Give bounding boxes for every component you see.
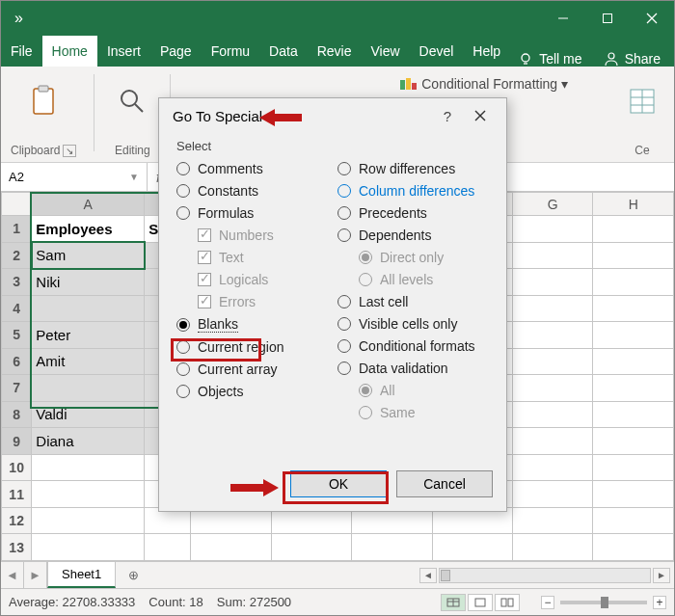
radio-constants[interactable]: Constants: [176, 183, 328, 199]
help-button[interactable]: ?: [431, 102, 464, 129]
cell[interactable]: Diana: [32, 428, 145, 455]
cell[interactable]: [593, 534, 674, 561]
scroll-right-button[interactable]: ►: [653, 568, 670, 583]
cell[interactable]: [145, 534, 191, 561]
share-button[interactable]: Share: [590, 51, 674, 67]
cell[interactable]: [32, 507, 145, 534]
row-header-9[interactable]: 9: [2, 428, 32, 455]
radio-current-array[interactable]: Current array: [176, 362, 328, 377]
cell[interactable]: [513, 401, 593, 428]
tab-developer[interactable]: Devel: [410, 36, 464, 67]
cell[interactable]: [513, 428, 593, 455]
qat-more-icon[interactable]: »: [1, 10, 23, 27]
tab-data[interactable]: Data: [259, 36, 308, 67]
radio-objects[interactable]: Objects: [176, 384, 328, 399]
close-window-button[interactable]: [630, 1, 674, 36]
tab-view[interactable]: View: [361, 36, 409, 67]
radio-conditional-formats[interactable]: Conditional formats: [338, 338, 489, 354]
row-header-7[interactable]: 7: [2, 375, 32, 402]
radio-column-differences[interactable]: Column differences: [338, 183, 489, 199]
cell[interactable]: [432, 534, 512, 561]
cell[interactable]: [593, 295, 674, 322]
tab-insert[interactable]: Insert: [97, 36, 150, 67]
paste-button[interactable]: [23, 81, 64, 121]
zoom-out-button[interactable]: −: [541, 596, 554, 609]
radio-formulas[interactable]: Formulas: [176, 205, 328, 221]
dialog-titlebar[interactable]: Go To Special ?: [159, 98, 506, 133]
cell[interactable]: [513, 216, 593, 243]
radio-visible-cells[interactable]: Visible cells only: [338, 316, 489, 332]
cell[interactable]: [593, 322, 674, 349]
tab-file[interactable]: File: [1, 36, 42, 67]
radio-data-validation[interactable]: Data validation: [338, 361, 489, 376]
find-select-button[interactable]: [112, 81, 152, 121]
row-header-10[interactable]: 10: [2, 454, 32, 481]
cell[interactable]: Niki: [32, 269, 145, 296]
cell[interactable]: [593, 401, 674, 428]
radio-current-region[interactable]: Current region: [176, 339, 328, 355]
cell[interactable]: [32, 375, 145, 402]
radio-blanks[interactable]: Blanks: [176, 316, 328, 333]
cell[interactable]: Valdi: [32, 401, 145, 428]
cell[interactable]: [593, 481, 674, 508]
row-header-3[interactable]: 3: [2, 269, 32, 296]
view-normal-button[interactable]: [441, 594, 466, 611]
row-header-4[interactable]: 4: [2, 295, 32, 322]
sheet-tab-sheet1[interactable]: Sheet1: [47, 562, 116, 588]
ok-button[interactable]: OK: [290, 470, 387, 497]
row-header-5[interactable]: 5: [2, 322, 32, 349]
tab-home[interactable]: Home: [42, 36, 97, 67]
minimize-button[interactable]: [541, 1, 585, 36]
sheet-nav-next[interactable]: ►: [24, 562, 47, 588]
cell[interactable]: [513, 322, 593, 349]
cell[interactable]: [32, 295, 145, 322]
cell[interactable]: Sam: [32, 242, 145, 269]
row-header-12[interactable]: 12: [2, 507, 32, 534]
conditional-formatting-button[interactable]: Conditional Formatting ▾: [400, 76, 568, 92]
row-header-11[interactable]: 11: [2, 481, 32, 508]
hscroll-thumb[interactable]: [441, 570, 450, 581]
cell[interactable]: Amit: [32, 348, 145, 375]
horizontal-scrollbar[interactable]: ◄ ►: [150, 562, 674, 588]
cell[interactable]: [593, 454, 674, 481]
tab-page[interactable]: Page: [150, 36, 202, 67]
zoom-slider[interactable]: [560, 601, 647, 604]
cells-button[interactable]: [622, 81, 662, 121]
dialog-launcher-icon[interactable]: ↘: [63, 145, 76, 157]
sheet-nav-prev[interactable]: ◄: [1, 562, 24, 588]
view-pagelayout-button[interactable]: [468, 594, 493, 611]
col-header-H[interactable]: H: [593, 193, 674, 216]
row-header-1[interactable]: 1: [2, 216, 32, 243]
cell[interactable]: [513, 454, 593, 481]
cell[interactable]: [513, 534, 593, 561]
tab-review[interactable]: Revie: [308, 36, 362, 67]
row-header-6[interactable]: 6: [2, 348, 32, 375]
cell[interactable]: [593, 348, 674, 375]
tab-help[interactable]: Help: [463, 36, 510, 67]
cell[interactable]: [32, 481, 145, 508]
chevron-down-icon[interactable]: ▼: [129, 172, 139, 182]
tell-me[interactable]: Tell me: [518, 51, 581, 67]
cell[interactable]: [593, 375, 674, 402]
cell[interactable]: [513, 481, 593, 508]
radio-precedents[interactable]: Precedents: [338, 205, 489, 221]
close-button[interactable]: [464, 102, 497, 129]
radio-dependents[interactable]: Dependents: [338, 228, 489, 243]
scroll-left-button[interactable]: ◄: [419, 568, 437, 583]
add-sheet-button[interactable]: ⊕: [116, 562, 150, 588]
row-header-2[interactable]: 2: [2, 242, 32, 269]
cell[interactable]: [271, 534, 351, 561]
cell[interactable]: [593, 507, 674, 534]
select-all-cell[interactable]: [2, 193, 32, 216]
cell[interactable]: [32, 454, 145, 481]
cell[interactable]: [352, 534, 432, 561]
cell[interactable]: [513, 375, 593, 402]
col-header-G[interactable]: G: [513, 193, 593, 216]
tab-formulas[interactable]: Formu: [202, 36, 259, 67]
col-header-A[interactable]: A: [32, 193, 145, 216]
cell[interactable]: [593, 269, 674, 296]
row-header-13[interactable]: 13: [2, 534, 32, 561]
maximize-button[interactable]: [585, 1, 630, 36]
cancel-button[interactable]: Cancel: [396, 470, 493, 497]
cell[interactable]: [191, 534, 271, 561]
